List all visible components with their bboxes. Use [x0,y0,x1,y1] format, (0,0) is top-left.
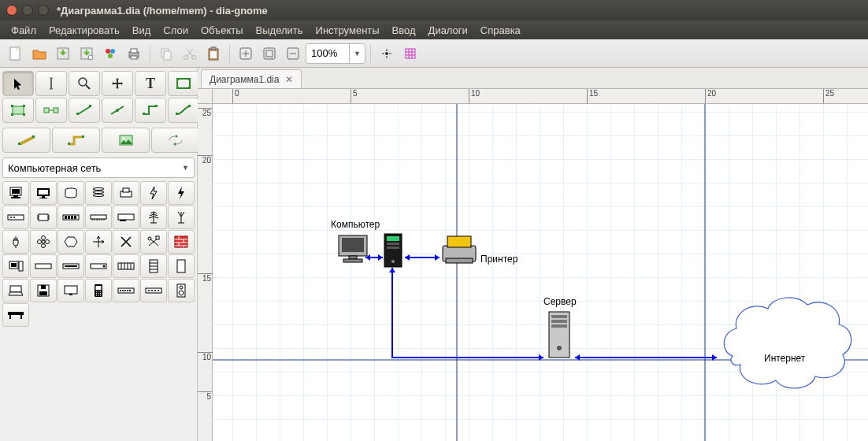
tool-text-cursor[interactable] [35,71,67,96]
label-computer[interactable]: Компьютер [331,219,380,230]
shape-tools[interactable] [140,230,167,254]
svg-rect-71 [74,216,76,219]
diagram-canvas[interactable]: Компьютер Принтер Сервер Интернет [213,104,868,441]
shape-ram[interactable] [85,206,112,229]
tool-curve[interactable] [168,98,199,123]
menu-view[interactable]: Вид [126,24,158,36]
shape-laptop[interactable] [2,279,29,302]
tool-line1[interactable] [69,98,100,123]
tool-flip[interactable] [151,128,199,153]
copy-button[interactable] [155,43,177,65]
shape-modem[interactable] [2,206,29,229]
shape-flash2[interactable] [168,181,195,205]
shape-slot1[interactable] [30,254,57,278]
cut-button[interactable] [179,43,201,65]
shape-category-dropdown[interactable]: Компьютерная сеть ▼ [2,158,195,178]
menu-edit[interactable]: Редактировать [43,24,126,36]
zoom-fit-button[interactable] [258,43,280,65]
zoom-dropdown-icon[interactable]: ▼ [349,44,365,63]
menu-tools[interactable]: Инструменты [310,24,386,36]
tool-text[interactable]: T [135,71,166,96]
save-button[interactable] [52,43,74,65]
node-server[interactable] [549,312,569,358]
shape-printer[interactable] [113,181,139,205]
window-minimize-button[interactable] [22,5,33,16]
horizontal-ruler[interactable]: 0 5 10 15 20 25 30 [213,89,868,104]
tool-select-green[interactable] [2,98,34,123]
menu-dialogs[interactable]: Диалоги [422,24,474,36]
shape-antenna[interactable] [168,206,195,229]
new-file-button[interactable] [5,43,27,65]
zoom-out-button[interactable] [282,43,304,65]
shape-storage[interactable] [57,181,84,205]
tool-move[interactable] [102,71,133,96]
save-as-button[interactable] [76,43,98,65]
label-server[interactable]: Сервер [543,296,577,307]
shape-slot2[interactable] [57,254,84,278]
shape-monitor[interactable] [30,181,57,205]
shape-speaker[interactable] [168,279,195,302]
snap-toggle[interactable] [376,43,398,65]
tool-highlight2[interactable] [52,128,100,153]
shape-card[interactable] [113,206,139,229]
label-printer[interactable]: Принтер [480,254,517,265]
print-button[interactable] [123,43,145,65]
shape-pc[interactable] [2,254,29,278]
shape-plug[interactable] [2,230,29,254]
document-tab[interactable]: Диаграмма1.dia ✕ [201,69,302,88]
menu-select[interactable]: Выделить [250,24,310,36]
close-tab-icon[interactable]: ✕ [285,74,293,85]
shape-flash1[interactable] [140,181,167,205]
shape-rack2[interactable] [140,254,167,278]
zoom-input[interactable] [306,44,349,63]
node-computer-monitor[interactable] [339,235,367,262]
window-titlebar: *Диаграмма1.dia (/home/mem) - dia-gnome [0,0,868,20]
menu-layers[interactable]: Слои [157,24,195,36]
window-maximize-button[interactable] [38,5,49,16]
node-computer-tower[interactable] [384,234,402,267]
shape-cross[interactable] [113,230,139,254]
shape-led[interactable] [57,206,84,229]
shape-slot3[interactable] [85,254,112,278]
zoom-combo[interactable]: ▼ [306,43,365,64]
shape-bench[interactable] [2,303,29,327]
tool-neighbor[interactable] [35,98,67,123]
shape-display[interactable] [57,279,84,302]
shape-rack3[interactable] [168,254,195,278]
menu-input[interactable]: Ввод [386,24,422,36]
open-file-button[interactable] [28,43,50,65]
tool-zigzag[interactable] [135,98,166,123]
shape-chip[interactable] [30,206,57,229]
tool-pointer[interactable] [2,71,34,96]
shape-computer[interactable] [2,181,29,205]
vertical-ruler[interactable]: 25 20 15 10 5 [198,104,213,441]
tool-box[interactable] [168,71,199,96]
shape-floppy[interactable] [30,279,57,302]
grid-toggle[interactable] [399,43,421,65]
tool-magnify[interactable] [69,71,100,96]
window-close-button[interactable] [6,5,17,16]
shape-hub[interactable] [140,279,167,302]
shape-hexagon[interactable] [57,230,84,254]
export-button[interactable] [99,43,121,65]
shape-router1[interactable] [140,206,167,229]
shape-phone[interactable] [85,279,112,302]
shape-disks[interactable] [85,181,112,205]
tool-line2[interactable] [102,98,133,123]
node-internet-cloud[interactable] [724,298,851,388]
shape-switch[interactable] [113,279,139,302]
svg-rect-9 [131,56,137,59]
tool-highlight1[interactable] [2,128,50,153]
shape-firewall[interactable] [168,230,195,254]
shape-flower[interactable] [30,230,57,254]
shape-rack1[interactable] [113,254,139,278]
shape-axes[interactable] [85,230,112,254]
node-printer[interactable] [443,236,476,263]
tool-image[interactable] [102,128,150,153]
menu-help[interactable]: Справка [474,24,527,36]
menu-objects[interactable]: Объекты [195,24,250,36]
label-internet[interactable]: Интернет [764,353,805,364]
zoom-in-button[interactable] [235,43,257,65]
paste-button[interactable] [202,43,224,65]
menu-file[interactable]: Файл [5,24,43,36]
